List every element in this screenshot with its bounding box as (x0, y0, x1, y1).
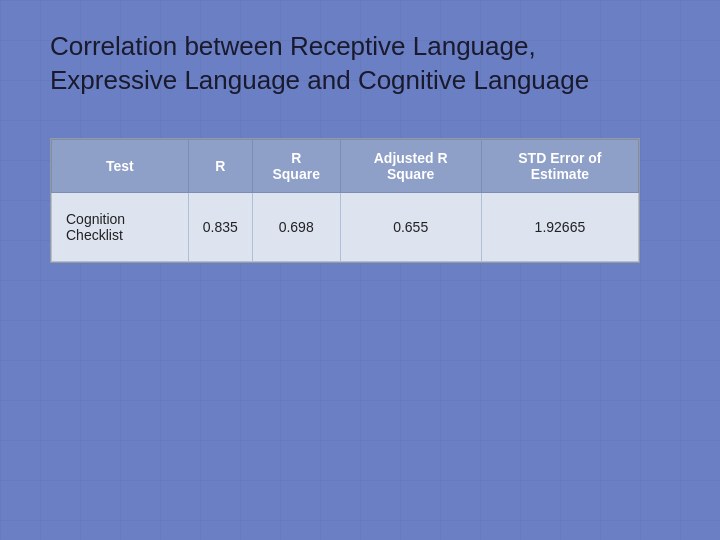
correlation-table: Test R R Square Adjusted R Square STD Er… (51, 139, 639, 262)
cell-test: Cognition Checklist (52, 192, 189, 261)
table-header-row: Test R R Square Adjusted R Square STD Er… (52, 139, 639, 192)
cell-r-square: 0.698 (252, 192, 340, 261)
main-content: Correlation between Receptive Language, … (0, 0, 720, 293)
cell-std-error: 1.92665 (481, 192, 638, 261)
cell-r: 0.835 (188, 192, 252, 261)
table-row: Cognition Checklist 0.835 0.698 0.655 1.… (52, 192, 639, 261)
col-header-r-square: R Square (252, 139, 340, 192)
data-table-container: Test R R Square Adjusted R Square STD Er… (50, 138, 640, 263)
page-title: Correlation between Receptive Language, … (50, 30, 670, 98)
cell-adjusted-r-square: 0.655 (340, 192, 481, 261)
col-header-std-error: STD Error of Estimate (481, 139, 638, 192)
col-header-test: Test (52, 139, 189, 192)
col-header-r: R (188, 139, 252, 192)
col-header-adjusted-r-square: Adjusted R Square (340, 139, 481, 192)
